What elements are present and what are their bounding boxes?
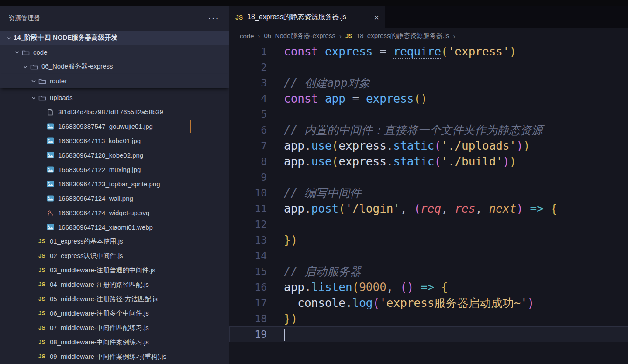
tree-item-file[interactable]: 1668309647124_widget-up.svg — [0, 206, 229, 220]
code-line-content — [267, 59, 284, 75]
code-line[interactable]: 12 — [229, 216, 628, 232]
line-number: 9 — [229, 169, 267, 185]
breadcrumb-item[interactable]: code — [240, 32, 254, 40]
tree-item-label: 1668309647113_kobe01.jpg — [58, 137, 141, 144]
js-icon: JS — [38, 295, 50, 303]
tab-bar: JS 18_express的静态资源服务器.js × — [229, 6, 628, 28]
code-line-content: app.use(express.static('./build')) — [267, 154, 516, 169]
code-line-content — [267, 248, 284, 264]
chevron-down-icon[interactable] — [30, 78, 38, 85]
line-number: 7 — [229, 138, 267, 154]
tree-item-folder[interactable]: code — [0, 45, 229, 59]
chevron-down-icon[interactable] — [14, 49, 22, 56]
code-line-content: }) — [267, 311, 297, 326]
chevron-down-icon[interactable] — [30, 94, 38, 101]
tree-item-file[interactable]: 1668309647122_muxing.jpg — [0, 162, 229, 177]
tree-item-file[interactable]: 1668309647120_kobe02.png — [0, 148, 229, 162]
code-line-content: // 创建app对象 — [267, 75, 370, 91]
breadcrumb-item[interactable]: ... — [459, 32, 465, 40]
code-line[interactable]: 9 — [229, 169, 628, 185]
tree-item-file[interactable]: JS07_middleware-中间件匹配练习.js — [0, 321, 229, 335]
code-line[interactable]: 15// 启动服务器 — [229, 264, 628, 279]
tree-item-file[interactable]: JS03_middleware-注册普通的中间件.js — [0, 263, 229, 278]
code-line[interactable]: 13}) — [229, 232, 628, 248]
js-icon: JS — [235, 14, 243, 21]
code-line[interactable]: 7app.use(express.static('./uploads')) — [229, 138, 628, 154]
tree-item-folder[interactable]: 14_阶段十四-NODE服务器高级开发 — [0, 31, 229, 45]
code-line-content — [267, 326, 285, 342]
code-line[interactable]: 11app.post('/login', (req, res, next) =>… — [229, 201, 628, 216]
code-line[interactable]: 8app.use(express.static('./build')) — [229, 154, 628, 169]
tab-active-file[interactable]: JS 18_express的静态资源服务器.js × — [229, 6, 385, 28]
code-line[interactable]: 3// 创建app对象 — [229, 75, 628, 91]
folder-icon — [22, 48, 33, 56]
editor-area: JS 18_express的静态资源服务器.js × code›06_Node服… — [229, 6, 628, 364]
tree-item-file[interactable]: JS01_express的基本使用.js — [0, 234, 229, 249]
line-number: 12 — [229, 216, 267, 232]
code-line-content: // 启动服务器 — [267, 264, 361, 279]
tree-item-label: 14_阶段十四-NODE服务器高级开发 — [14, 34, 117, 42]
code-line[interactable]: 2 — [229, 59, 628, 75]
tree-item-file[interactable]: 3f1df34d4bc7987fdf17655ff2a58b39 — [0, 105, 229, 119]
breadcrumb-separator-icon: › — [258, 32, 260, 40]
code-line[interactable]: 5 — [229, 106, 628, 122]
code-line[interactable]: 4const app = express() — [229, 91, 628, 106]
image-icon — [47, 123, 58, 130]
code-line-content — [267, 169, 284, 185]
image-icon — [47, 180, 58, 188]
more-actions-icon[interactable]: ··· — [208, 14, 220, 24]
code-line[interactable]: 10// 编写中间件 — [229, 185, 628, 201]
tree-item-file[interactable]: JS08_middleware-中间件案例练习.js — [0, 335, 229, 350]
line-number: 14 — [229, 248, 267, 264]
image-icon — [47, 166, 58, 174]
tree-item-file[interactable]: JS06_middleware-注册多个中间件.js — [0, 306, 229, 321]
tree-item-folder[interactable]: 06_Node服务器-express — [0, 59, 229, 74]
tree-item-folder[interactable]: router — [0, 74, 229, 88]
breadcrumb-separator-icon: › — [339, 32, 342, 40]
js-icon: JS — [345, 33, 352, 39]
tree-item-file[interactable]: JS09_middleware-中间件案例练习(重构).js — [0, 350, 229, 364]
line-number: 17 — [229, 295, 267, 311]
code-line[interactable]: 17 console.log('express服务器启动成功~') — [229, 295, 628, 311]
tree-item-file[interactable]: 1668309647113_kobe01.jpg — [0, 134, 229, 148]
js-icon: JS — [38, 252, 50, 260]
tree-item-label: 1668309387547_gouwujie01.jpg — [58, 123, 153, 130]
code-line[interactable]: 1const express = require('express') — [229, 44, 628, 59]
chevron-down-icon[interactable] — [5, 34, 14, 41]
js-icon: JS — [38, 353, 50, 361]
js-icon: JS — [38, 339, 50, 347]
tree-item-file[interactable]: 1668309647123_topbar_sprite.png — [0, 177, 229, 191]
code-line-content: app.listen(9000, () => { — [267, 279, 448, 295]
tree-item-file[interactable]: 1668309647124_wall.png — [0, 191, 229, 206]
tree-item-label: 09_middleware-中间件案例练习(重构).js — [50, 353, 166, 361]
code-line[interactable]: 16app.listen(9000, () => { — [229, 279, 628, 295]
tree-item-folder[interactable]: uploads — [0, 90, 229, 105]
tree-item-label: code — [33, 48, 48, 56]
code-line-content: }) — [267, 232, 297, 248]
tree-item-file[interactable]: JS02_express认识中间件.js — [0, 249, 229, 263]
breadcrumb-item[interactable]: 18_express的静态资源服务器.js — [356, 32, 449, 40]
code-editor[interactable]: 1const express = require('express')23// … — [229, 44, 628, 364]
line-number: 4 — [229, 91, 267, 106]
code-line-content: console.log('express服务器启动成功~') — [267, 295, 534, 311]
app-window: 资源管理器 ··· 14_阶段十四-NODE服务器高级开发code06_Node… — [0, 6, 628, 364]
js-icon: JS — [38, 310, 50, 318]
code-line[interactable]: 14 — [229, 248, 628, 264]
breadcrumb-item[interactable]: 06_Node服务器-express — [264, 32, 335, 40]
line-number: 1 — [229, 44, 267, 59]
code-line[interactable]: 18}) — [229, 311, 628, 326]
code-line[interactable]: 19 — [229, 326, 628, 342]
line-number: 19 — [229, 326, 267, 342]
chevron-down-icon[interactable] — [22, 63, 30, 70]
tree-item-file[interactable]: JS05_middleware-注册路径-方法匹配.js — [0, 292, 229, 306]
tree-item-label: 05_middleware-注册路径-方法匹配.js — [50, 295, 158, 303]
explorer-title: 资源管理器 — [9, 14, 40, 22]
folder-icon — [30, 63, 41, 71]
tree-item-file[interactable]: 1668309387547_gouwujie01.jpg — [0, 119, 229, 134]
tree-item-file[interactable]: 1668309647124_xiaomi01.webp — [0, 220, 229, 234]
close-icon[interactable]: × — [374, 13, 379, 22]
tree-item-file[interactable]: JS04_middleware-注册的路径匹配.js — [0, 278, 229, 292]
image-icon — [47, 223, 58, 231]
code-line-content: const app = express() — [267, 91, 428, 106]
code-line[interactable]: 6// 内置的中间件：直接将一个文件夹作为静态资源 — [229, 122, 628, 138]
